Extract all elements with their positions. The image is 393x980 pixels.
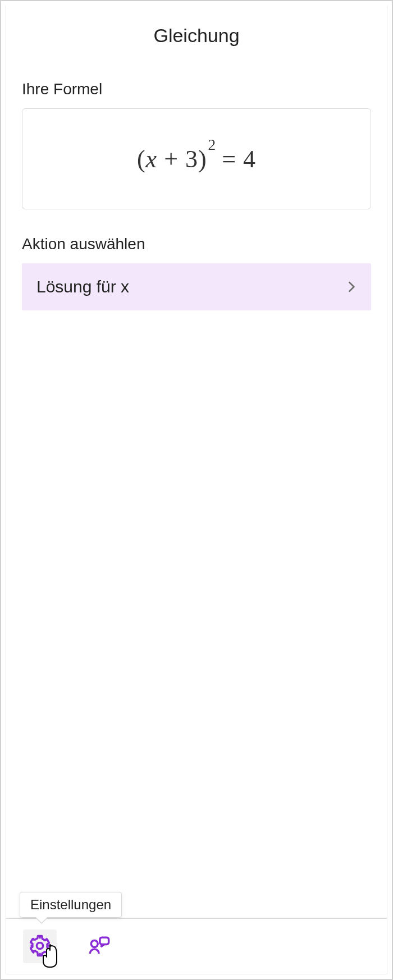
action-solve-for-x[interactable]: Lösung für x	[22, 263, 371, 310]
feedback-button[interactable]	[83, 929, 116, 963]
math-panel: Gleichung Ihre Formel (x + 3)2 = 4 Aktio…	[0, 0, 393, 980]
svg-point-1	[91, 940, 98, 947]
settings-button[interactable]	[23, 929, 57, 963]
svg-point-0	[36, 942, 43, 949]
svg-rect-2	[100, 937, 109, 944]
chevron-right-icon	[344, 280, 359, 294]
panel-body: Gleichung Ihre Formel (x + 3)2 = 4 Aktio…	[6, 6, 387, 918]
action-label: Lösung für x	[36, 277, 129, 296]
panel-title: Gleichung	[22, 25, 371, 47]
gear-icon	[28, 934, 52, 959]
bottom-toolbar: Einstellungen	[6, 918, 387, 974]
action-section-label: Aktion auswählen	[22, 235, 371, 253]
formula-expression: (x + 3)2 = 4	[137, 145, 256, 173]
formula-display[interactable]: (x + 3)2 = 4	[22, 108, 371, 209]
settings-tooltip: Einstellungen	[20, 892, 122, 918]
feedback-icon	[88, 934, 111, 959]
formula-section-label: Ihre Formel	[22, 80, 371, 98]
